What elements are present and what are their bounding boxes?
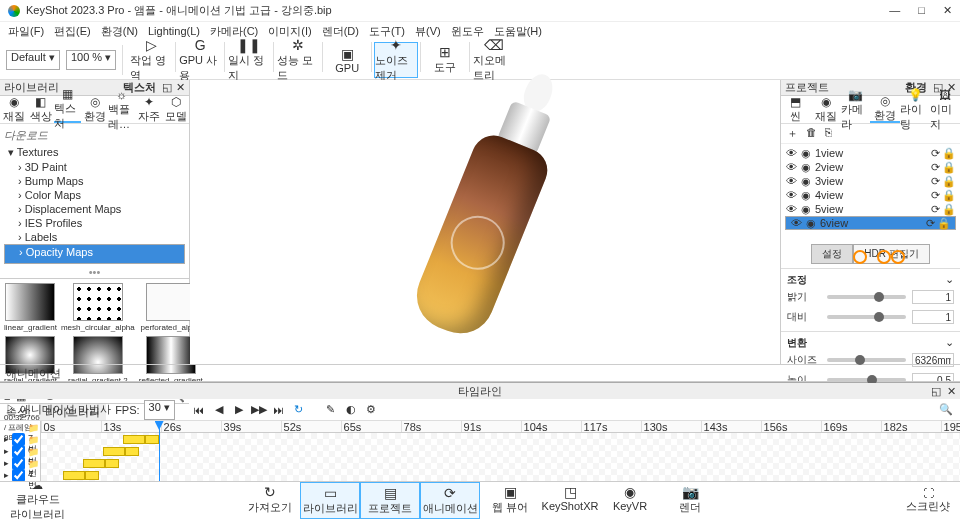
collapse-icon[interactable]: ⌄ — [945, 273, 954, 287]
close-button[interactable]: ✕ — [943, 4, 952, 17]
menu-bar[interactable]: 파일(F)편집(E)환경(N)Lighting(L)카메라(C)이미지(I)렌더… — [0, 22, 960, 40]
slider[interactable] — [827, 295, 906, 299]
lib-tab-환경[interactable]: ◎환경 — [81, 96, 108, 123]
value-input[interactable] — [912, 290, 954, 304]
slider[interactable] — [827, 315, 906, 319]
timeline-area[interactable]: 0s13s26s39s52s65s78s91s104s117s130s143s1… — [41, 421, 960, 481]
value-input[interactable] — [912, 310, 954, 324]
settings-segment[interactable]: 설정 — [811, 244, 853, 264]
toolbar-일시 정지[interactable]: ❚❚일시 정지 — [227, 42, 271, 78]
minimize-button[interactable]: — — [889, 4, 900, 17]
project-tab[interactable]: 프로젝트 — [785, 80, 829, 95]
toolbar-성능 모드[interactable]: ✲성능 모드 — [276, 42, 320, 78]
slider[interactable] — [827, 378, 906, 382]
step-fwd-icon[interactable]: ▶▶ — [251, 402, 267, 418]
env-item[interactable]: 👁◉5view⟳🔒 — [785, 202, 956, 216]
menu-item[interactable]: 뷰(V) — [415, 24, 441, 39]
maximize-button[interactable]: □ — [918, 4, 925, 17]
close-panel-icon[interactable]: ✕ — [176, 81, 185, 94]
collapse-icon[interactable]: ⌄ — [945, 336, 954, 350]
screenshot-button[interactable]: ⛶ 스크린샷 — [906, 487, 950, 514]
animation-clip[interactable] — [63, 471, 85, 480]
menu-item[interactable]: Lighting(L) — [148, 25, 200, 37]
settings-icon[interactable]: ⚙ — [363, 402, 379, 418]
env-item[interactable]: 👁◉6view⟳🔒 — [785, 216, 956, 230]
workspace-select[interactable]: Default ▾ — [6, 50, 60, 70]
fps-select[interactable]: 30 ▾ — [144, 400, 175, 420]
bottom-웹 뷰어[interactable]: ▣웹 뷰어 — [480, 482, 540, 519]
render-viewport[interactable] — [190, 80, 780, 364]
bottom-프로젝트[interactable]: ▤프로젝트 — [360, 482, 420, 519]
tree-item[interactable]: › Color Maps — [4, 188, 185, 202]
toolbar-작업 영역[interactable]: ▷작업 영역 — [129, 42, 173, 78]
lib-tab-모델[interactable]: ⬡모델 — [162, 96, 189, 123]
cloud-library-button[interactable]: ☁ 클라우드 라이브러리 — [10, 479, 65, 519]
menu-item[interactable]: 환경(N) — [101, 24, 138, 39]
animation-clip[interactable] — [125, 447, 139, 456]
tl-search-icon[interactable]: 🔍 — [938, 402, 954, 418]
step-back-icon[interactable]: ◀ — [211, 402, 227, 418]
texture-thumb[interactable]: linear_gradient — [4, 283, 57, 332]
env-tool-icon[interactable]: ⎘ — [825, 126, 832, 141]
menu-item[interactable]: 편집(E) — [54, 24, 91, 39]
bottom-가져오기[interactable]: ↻가져오기 — [240, 482, 300, 519]
close-panel-icon[interactable]: ✕ — [947, 385, 956, 398]
tree-root[interactable]: ▾ Textures — [4, 145, 185, 160]
lib-tab-색상[interactable]: ◧색상 — [27, 96, 54, 123]
proj-tab-이미지[interactable]: 🖼이미지 — [930, 96, 960, 123]
proj-tab-재질[interactable]: ◉재질 — [811, 96, 841, 123]
toolbar-GPU[interactable]: ▣GPU — [325, 42, 369, 78]
lib-tab-백플레…[interactable]: ☼백플레… — [108, 96, 135, 123]
animation-clip[interactable] — [103, 447, 125, 456]
lib-tab-텍스처[interactable]: ▦텍스처 — [54, 96, 81, 123]
tree-item[interactable]: › Opacity Maps — [4, 244, 185, 264]
animation-clip[interactable] — [105, 459, 119, 468]
keyframe-icon[interactable]: ✎ — [323, 402, 339, 418]
library-tab[interactable]: 라이브러리 — [4, 80, 59, 95]
downloads-group[interactable]: 다운로드 — [4, 126, 185, 145]
animation-clip[interactable] — [85, 471, 99, 480]
undock-icon[interactable]: ◱ — [931, 385, 941, 398]
textures-tab[interactable]: 텍스처 — [123, 80, 156, 95]
lib-tab-자주[interactable]: ✦자주 — [135, 96, 162, 123]
preview-icon[interactable]: ◐ — [343, 402, 359, 418]
animation-clip[interactable] — [83, 459, 105, 468]
env-item[interactable]: 👁◉1view⟳🔒 — [785, 146, 956, 160]
animation-clip[interactable] — [123, 435, 145, 444]
toolbar-GPU 사용[interactable]: GGPU 사용 — [178, 42, 222, 78]
proj-tab-카메라[interactable]: 📷카메라 — [841, 96, 871, 123]
toolbar-노이즈 제거[interactable]: ✦노이즈 제거 — [374, 42, 418, 78]
env-item[interactable]: 👁◉3view⟳🔒 — [785, 174, 956, 188]
env-item[interactable]: 👁◉4view⟳🔒 — [785, 188, 956, 202]
bottom-애니메이션[interactable]: ⟳애니메이션 — [420, 482, 480, 519]
lib-tab-재질[interactable]: ◉재질 — [0, 96, 27, 123]
animation-clip[interactable] — [145, 435, 159, 444]
animation-footer-tab[interactable]: 애니메이션 — [6, 366, 61, 381]
texture-tree[interactable]: 다운로드 ▾ Textures › 3D Paint› Bump Maps› C… — [0, 124, 189, 266]
scene-object-bottle[interactable] — [325, 37, 645, 407]
tree-item[interactable]: › Labels — [4, 230, 185, 244]
menu-item[interactable]: 렌더(D) — [322, 24, 359, 39]
goto-end-icon[interactable]: ⏭ — [271, 402, 287, 418]
proj-tab-환경[interactable]: ◎환경 — [870, 96, 900, 123]
bottom-KeyShotXR[interactable]: ◳KeyShotXR — [540, 482, 600, 519]
tree-item[interactable]: › 3D Paint — [4, 160, 185, 174]
menu-item[interactable]: 윈도우 — [451, 24, 484, 39]
drag-handle-icon[interactable]: ••• — [0, 266, 189, 278]
bottom-라이브러리[interactable]: ▭라이브러리 — [300, 482, 360, 519]
tree-item[interactable]: › Bump Maps — [4, 174, 185, 188]
menu-item[interactable]: 파일(F) — [8, 24, 44, 39]
env-tool-icon[interactable]: ＋ — [787, 126, 798, 141]
tree-item[interactable]: › IES Profiles — [4, 216, 185, 230]
slider[interactable] — [827, 358, 906, 362]
bottom-렌더[interactable]: 📷렌더 — [660, 482, 720, 519]
goto-start-icon[interactable]: ⏮ — [191, 402, 207, 418]
env-tool-icon[interactable]: 🗑 — [806, 126, 817, 141]
play-icon[interactable]: ▶ — [231, 402, 247, 418]
proj-tab-라이팅[interactable]: 💡라이팅 — [900, 96, 930, 123]
bottom-KeyVR[interactable]: ◉KeyVR — [600, 482, 660, 519]
texture-thumb[interactable]: mesh_circular_alpha — [61, 283, 135, 332]
zoom-select[interactable]: 100 % ▾ — [66, 50, 116, 70]
menu-item[interactable]: 이미지(I) — [268, 24, 311, 39]
proj-tab-씬[interactable]: ⬒씬 — [781, 96, 811, 123]
